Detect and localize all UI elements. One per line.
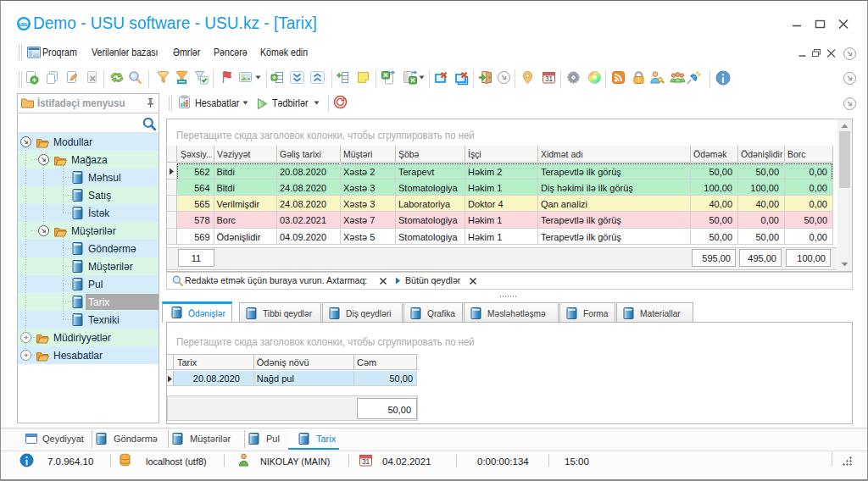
svg-text:31: 31 [545, 75, 554, 83]
svg-text:31: 31 [362, 458, 370, 466]
svg-text:usu: usu [19, 20, 30, 28]
